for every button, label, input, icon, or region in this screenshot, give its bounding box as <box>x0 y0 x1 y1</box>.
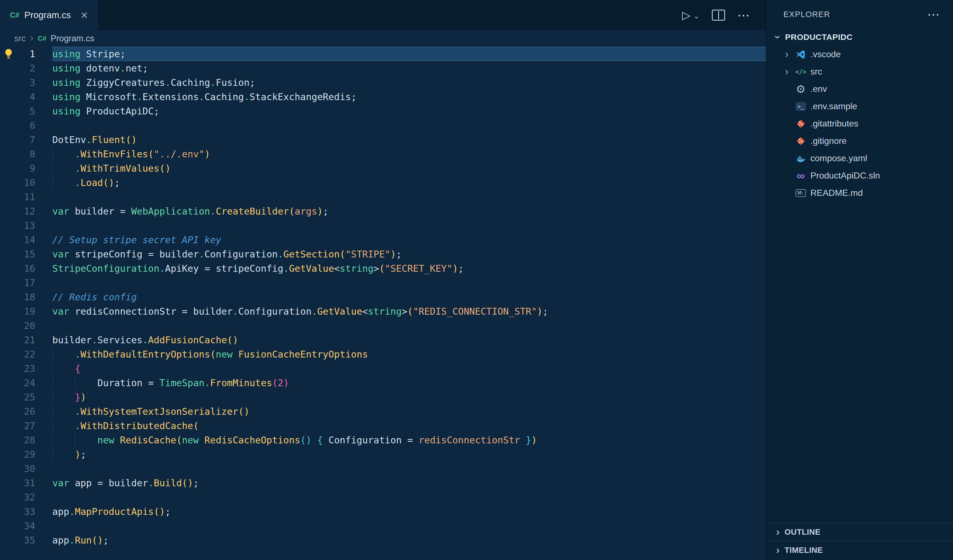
project-root-row[interactable]: › PRODUCTAPIDC <box>766 29 953 46</box>
code-line[interactable]: 11 <box>0 190 766 204</box>
line-number[interactable]: 16 <box>0 261 52 275</box>
line-number[interactable]: 22 <box>0 347 52 361</box>
tree-item-src[interactable]: ›</>src <box>766 63 953 80</box>
line-number[interactable]: 9 <box>0 161 52 175</box>
tree-item-env[interactable]: ⚙.env <box>766 80 953 97</box>
line-number[interactable]: 27 <box>0 419 52 433</box>
line-number[interactable]: 25 <box>0 390 52 404</box>
line-number[interactable]: 20 <box>0 319 52 333</box>
line-number[interactable]: 26 <box>0 404 52 419</box>
code-line[interactable]: 30 <box>0 461 766 476</box>
code-line[interactable]: 10 .Load(); <box>0 175 766 190</box>
code-line[interactable]: 1using Stripe; <box>0 47 766 61</box>
timeline-section[interactable]: › TIMELINE <box>766 541 953 559</box>
tree-item-compose-yaml[interactable]: compose.yaml <box>766 150 953 167</box>
line-number[interactable]: 34 <box>0 519 52 533</box>
tab-program-cs[interactable]: C# Program.cs × <box>0 0 98 30</box>
line-number[interactable]: 11 <box>0 190 52 204</box>
breadcrumb-file[interactable]: Program.cs <box>51 34 94 43</box>
code-line[interactable]: 35app.Run(); <box>0 533 766 548</box>
code-line[interactable]: 27 .WithDistributedCache( <box>0 419 766 433</box>
line-number[interactable]: 31 <box>0 476 52 490</box>
run-dropdown-icon[interactable]: ⌄ <box>694 11 700 20</box>
code-line[interactable]: 3using ZiggyCreatures.Caching.Fusion; <box>0 75 766 90</box>
line-number[interactable]: 12 <box>0 204 52 218</box>
code-line[interactable]: 22 .WithDefaultEntryOptions(new FusionCa… <box>0 347 766 361</box>
code-line[interactable]: 21builder.Services.AddFusionCache() <box>0 333 766 347</box>
line-number[interactable]: 21 <box>0 333 52 347</box>
code-line[interactable]: 5using ProductApiDC; <box>0 104 766 118</box>
tree-item-gitattributes[interactable]: .gitattributes <box>766 115 953 132</box>
code-line[interactable]: 33app.MapProductApis(); <box>0 504 766 519</box>
code-line[interactable]: 23 { <box>0 361 766 376</box>
code-line[interactable]: 17 <box>0 275 766 290</box>
gear-icon: ⚙ <box>795 84 807 94</box>
line-number[interactable]: 24 <box>0 376 52 390</box>
chevron-right-icon[interactable]: › <box>782 49 792 59</box>
code-line[interactable]: 24 Duration = TimeSpan.FromMinutes(2) <box>0 376 766 390</box>
code-line[interactable]: 8 .WithEnvFiles("../.env") <box>0 147 766 161</box>
line-number[interactable]: 19 <box>0 304 52 319</box>
close-icon[interactable]: × <box>81 9 88 21</box>
code-line[interactable]: 28 new RedisCache(new RedisCacheOptions(… <box>0 433 766 447</box>
line-number[interactable]: 7 <box>0 133 52 147</box>
code-line[interactable]: 34 <box>0 519 766 533</box>
tree-item-productapidc-sln[interactable]: ∞ProductApiDC.sln <box>766 167 953 184</box>
code-line[interactable]: 7DotEnv.Fluent() <box>0 133 766 147</box>
file-tree: ›.vscode›</>src⚙.env>_.env.sample.gitatt… <box>766 46 953 202</box>
line-number[interactable]: 1 <box>0 47 52 61</box>
code-line[interactable]: 20 <box>0 319 766 333</box>
code-editor[interactable]: 1using Stripe;2using dotenv.net;3using Z… <box>0 47 766 548</box>
line-number[interactable]: 10 <box>0 175 52 190</box>
code-line[interactable]: 6 <box>0 118 766 133</box>
line-number[interactable]: 30 <box>0 461 52 476</box>
line-number[interactable]: 8 <box>0 147 52 161</box>
tree-item-readme-md[interactable]: M↓README.md <box>766 184 953 202</box>
line-number[interactable]: 18 <box>0 290 52 304</box>
breadcrumb-folder[interactable]: src <box>14 34 26 43</box>
line-number[interactable]: 35 <box>0 533 52 548</box>
line-number[interactable]: 6 <box>0 118 52 133</box>
line-number[interactable]: 33 <box>0 504 52 519</box>
code-line[interactable]: 31var app = builder.Build(); <box>0 476 766 490</box>
tree-item-env-sample[interactable]: >_.env.sample <box>766 97 953 115</box>
code-line[interactable]: 15var stripeConfig = builder.Configurati… <box>0 247 766 261</box>
tree-item-label: src <box>810 67 822 77</box>
outline-section[interactable]: › OUTLINE <box>766 523 953 541</box>
code-line[interactable]: 29 ); <box>0 447 766 461</box>
line-number[interactable]: 28 <box>0 433 52 447</box>
line-number[interactable]: 14 <box>0 233 52 247</box>
code-line[interactable]: 2using dotenv.net; <box>0 61 766 75</box>
explorer-more-actions-icon[interactable]: ⋯ <box>927 7 941 22</box>
tree-item-gitignore[interactable]: .gitignore <box>766 132 953 150</box>
code-line[interactable]: 26 .WithSystemTextJsonSerializer() <box>0 404 766 419</box>
line-number[interactable]: 32 <box>0 490 52 504</box>
code-line[interactable]: 25 }) <box>0 390 766 404</box>
run-button[interactable]: ▷ ⌄ <box>682 9 700 22</box>
code-line[interactable]: 14// Setup stripe secret API key <box>0 233 766 247</box>
code-line[interactable]: 16StripeConfiguration.ApiKey = stripeCon… <box>0 261 766 275</box>
code-line[interactable]: 32 <box>0 490 766 504</box>
code-line[interactable]: 12var builder = WebApplication.CreateBui… <box>0 204 766 218</box>
line-number[interactable]: 29 <box>0 447 52 461</box>
code-line[interactable]: 13 <box>0 218 766 233</box>
line-number[interactable]: 15 <box>0 247 52 261</box>
line-number[interactable]: 2 <box>0 61 52 75</box>
code-line[interactable]: 18// Redis config <box>0 290 766 304</box>
line-number[interactable]: 23 <box>0 361 52 376</box>
split-editor-icon[interactable] <box>712 9 725 21</box>
chevron-right-icon: › <box>773 545 783 555</box>
line-number[interactable]: 5 <box>0 104 52 118</box>
explorer-title: EXPLORER <box>784 10 830 19</box>
code-line[interactable]: 4using Microsoft.Extensions.Caching.Stac… <box>0 90 766 104</box>
chevron-right-icon[interactable]: › <box>782 66 792 77</box>
breadcrumb: src › C# Program.cs <box>0 30 766 47</box>
line-number[interactable]: 4 <box>0 90 52 104</box>
line-number[interactable]: 13 <box>0 218 52 233</box>
line-number[interactable]: 3 <box>0 75 52 90</box>
code-line[interactable]: 9 .WithTrimValues() <box>0 161 766 175</box>
editor-more-actions-icon[interactable]: ⋯ <box>737 8 750 23</box>
line-number[interactable]: 17 <box>0 275 52 290</box>
tree-item-vscode[interactable]: ›.vscode <box>766 46 953 63</box>
code-line[interactable]: 19var redisConnectionStr = builder.Confi… <box>0 304 766 319</box>
